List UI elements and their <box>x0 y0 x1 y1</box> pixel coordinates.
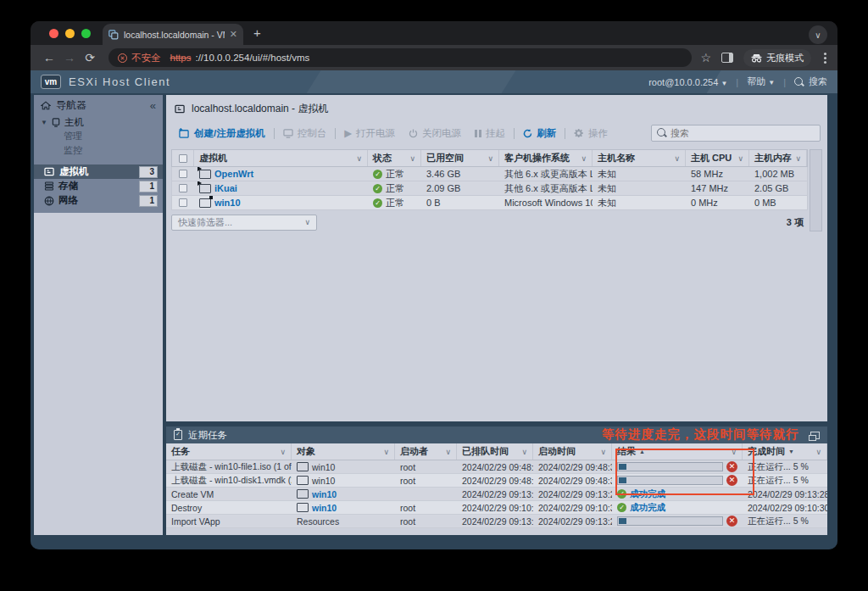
column-header-vm[interactable]: 虚拟机∨ <box>194 150 368 166</box>
column-header-started[interactable]: 启动时间∨ <box>533 443 612 460</box>
column-header-completed[interactable]: 完成时间▼∨ <box>743 443 827 460</box>
sidebar-item-network[interactable]: 网络 1 <box>34 193 163 208</box>
tab-close-icon[interactable]: ✕ <box>230 29 237 40</box>
task-result: ✓ 成功完成 <box>612 501 743 514</box>
column-header-target[interactable]: 对象∨ <box>292 443 395 460</box>
header-decor <box>294 70 520 93</box>
column-header-memory[interactable]: 主机内存∨ <box>749 150 807 166</box>
collapse-sidebar-icon[interactable]: « <box>150 99 156 112</box>
column-menu-icon[interactable]: ∨ <box>280 448 286 456</box>
vm-name-link[interactable]: win10 <box>214 198 241 208</box>
select-all-checkbox[interactable] <box>179 154 187 163</box>
chevron-down-icon: ∨ <box>304 218 310 226</box>
suspend-button[interactable]: 挂起 <box>468 127 512 140</box>
table-row[interactable]: OpenWrt ✓正常 3.46 GB 其他 6.x 或更高版本 Linux..… <box>171 167 808 181</box>
global-search[interactable]: 搜索 <box>794 75 827 88</box>
column-menu-icon[interactable]: ∨ <box>581 154 587 163</box>
side-panel-icon[interactable] <box>721 53 733 63</box>
vertical-scrollbar[interactable] <box>810 149 822 231</box>
sort-desc-icon: ▼ <box>788 449 794 454</box>
power-on-button[interactable]: ▶ 打开电源 <box>337 127 402 140</box>
popout-icon[interactable] <box>810 432 820 439</box>
vm-search-input[interactable] <box>670 128 815 138</box>
power-icon <box>409 129 418 138</box>
sidebar-item-vms[interactable]: 虚拟机 3 <box>34 164 163 179</box>
column-header-task[interactable]: 任务∨ <box>166 443 292 460</box>
sidebar-item-manage[interactable]: 管理 <box>34 129 163 143</box>
column-header-queued[interactable]: 已排队时间∨ <box>457 443 533 460</box>
tab-search-chevron-icon[interactable]: ∨ <box>809 25 827 44</box>
sidebar-item-label: 虚拟机 <box>59 165 89 178</box>
column-menu-icon[interactable]: ∨ <box>487 154 493 163</box>
row-checkbox[interactable] <box>179 170 187 178</box>
browser-tab[interactable]: localhost.localdomain - VMw ✕ <box>103 24 243 45</box>
column-header-space[interactable]: 已用空间∨ <box>421 150 499 166</box>
task-target-link[interactable]: win10 <box>312 503 337 513</box>
task-row[interactable]: Import VApp Resources root 2024/02/29 09… <box>166 515 827 528</box>
vm-name-link[interactable]: iKuai <box>214 183 237 193</box>
tab-title: localhost.localdomain - VMw <box>124 30 225 40</box>
result-label: 成功完成 <box>630 502 665 514</box>
row-checkbox[interactable] <box>179 184 187 192</box>
create-register-vm-button[interactable]: 创建/注册虚拟机 <box>171 127 272 140</box>
new-tab-button[interactable]: + <box>253 25 261 40</box>
column-menu-icon[interactable]: ∨ <box>795 154 801 163</box>
console-button[interactable]: 控制台 <box>276 127 334 140</box>
network-icon <box>44 196 54 206</box>
close-window-button[interactable] <box>49 29 58 38</box>
expand-caret-icon[interactable]: ▼ <box>41 119 47 126</box>
column-menu-icon[interactable]: ∨ <box>445 448 451 456</box>
url-text: ://10.0.0.254/ui/#/host/vms <box>195 53 309 63</box>
column-header-cpu[interactable]: 主机 CPU∨ <box>686 150 749 166</box>
address-bar[interactable]: ✕ 不安全 https ://10.0.0.254/ui/#/host/vms <box>108 48 692 67</box>
column-header-os[interactable]: 客户机操作系统∨ <box>499 150 593 166</box>
table-row[interactable]: iKuai ✓正常 2.09 GB 其他 6.x 或更高版本 Linux... … <box>171 181 808 196</box>
chevron-down-icon: ▼ <box>768 79 775 86</box>
column-menu-icon[interactable]: ∨ <box>383 448 389 456</box>
minimize-window-button[interactable] <box>65 29 75 38</box>
power-off-button[interactable]: 关闭电源 <box>402 127 468 140</box>
column-header-hostname[interactable]: 主机名称∨ <box>593 150 686 166</box>
progress-bar <box>617 516 723 526</box>
column-menu-icon[interactable]: ∨ <box>815 448 821 456</box>
column-menu-icon[interactable]: ∨ <box>521 448 527 456</box>
quick-filter-dropdown[interactable]: 快速筛选器... ∨ <box>171 215 317 231</box>
task-target-link[interactable]: win10 <box>312 489 337 499</box>
task-progress: ✕ <box>612 515 743 527</box>
sidebar-item-host[interactable]: ▼ 主机 <box>34 115 163 129</box>
forward-button[interactable]: → <box>59 51 80 64</box>
column-menu-icon[interactable]: ∨ <box>356 154 362 163</box>
back-button[interactable]: ← <box>39 51 59 64</box>
vm-icon <box>44 167 55 176</box>
column-menu-icon[interactable]: ∨ <box>674 154 680 163</box>
sidebar-item-monitor[interactable]: 监控 <box>34 143 163 158</box>
column-header-initiator[interactable]: 启动者∨ <box>395 443 457 460</box>
sidebar-item-label: 存储 <box>58 180 78 192</box>
cancel-task-icon[interactable]: ✕ <box>726 516 737 527</box>
vm-icon <box>297 462 309 471</box>
task-row[interactable]: Destroy win10 root 2024/02/29 09:10:30 2… <box>166 501 827 515</box>
actions-button[interactable]: 操作 <box>567 127 615 140</box>
column-menu-icon[interactable]: ∨ <box>737 154 743 163</box>
storage-icon <box>44 181 54 191</box>
favicon-icon <box>108 30 119 40</box>
column-header-status[interactable]: 状态∨ <box>368 150 421 166</box>
vm-name-link[interactable]: OpenWrt <box>214 169 253 179</box>
refresh-button[interactable]: 刷新 <box>516 127 563 140</box>
sidebar: 导航器 « ▼ 主机 管理 监控 <box>34 95 163 535</box>
vm-search-box[interactable] <box>651 125 821 142</box>
row-checkbox[interactable] <box>179 198 187 207</box>
table-row[interactable]: win10 ✓正常 0 B Microsoft Windows 10 (6...… <box>171 196 808 210</box>
navigator-title: 导航器 <box>56 98 86 113</box>
sidebar-item-storage[interactable]: 存储 1 <box>34 179 163 193</box>
column-menu-icon[interactable]: ∨ <box>600 448 606 456</box>
reload-button[interactable]: ⟳ <box>80 51 100 64</box>
help-menu[interactable]: 帮助 ▼ <box>747 75 775 88</box>
bookmark-star-icon[interactable]: ☆ <box>700 51 711 64</box>
vm-icon <box>297 489 309 499</box>
maximize-window-button[interactable] <box>81 29 91 38</box>
create-vm-icon <box>178 128 190 138</box>
user-menu[interactable]: root@10.0.0.254 ▼ <box>648 77 727 87</box>
browser-menu-icon[interactable] <box>821 53 829 64</box>
column-menu-icon[interactable]: ∨ <box>409 154 415 163</box>
